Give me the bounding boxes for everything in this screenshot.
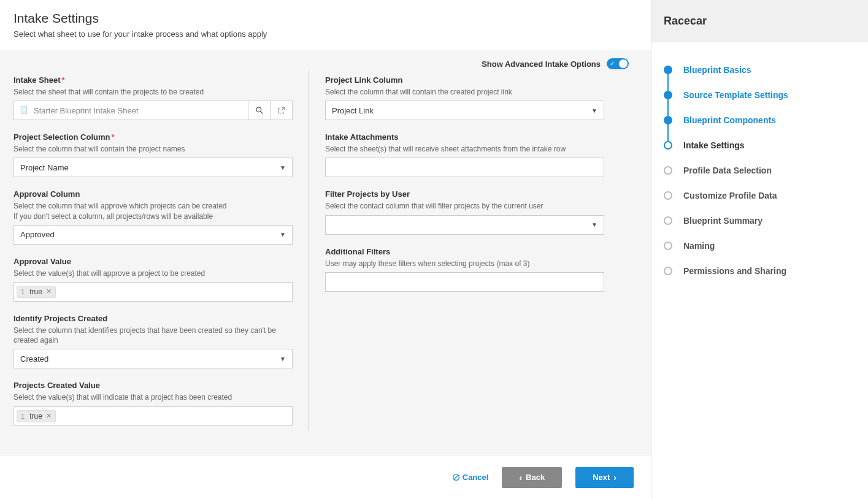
projects-created-value-input[interactable]: 1 true ✕ xyxy=(13,406,293,426)
footer: Cancel ‹ Back Next › xyxy=(0,455,651,499)
filter-by-user-field: Filter Projects by User Select the conta… xyxy=(325,189,604,234)
step-circle-icon xyxy=(664,242,672,250)
field-help: Select the sheet(s) that will receive sh… xyxy=(325,144,604,154)
main-panel: Intake Settings Select what sheet to use… xyxy=(0,0,651,499)
step-connector xyxy=(667,74,669,91)
caret-down-icon: ▼ xyxy=(280,164,286,171)
advanced-toggle-label: Show Advanced Intake Options xyxy=(482,59,601,69)
advanced-toggle[interactable]: ✓ xyxy=(607,58,629,69)
intake-attachments-input[interactable] xyxy=(325,158,604,177)
step-circle-icon xyxy=(664,191,672,200)
remove-tag-icon[interactable]: ✕ xyxy=(46,288,52,295)
approval-column-select[interactable]: Approved ▼ xyxy=(13,225,293,245)
identify-projects-field: Identify Projects Created Select the col… xyxy=(13,314,293,368)
select-value: Project Name xyxy=(20,163,69,172)
step-label: Customize Profile Data xyxy=(683,191,777,200)
select-value: Project Link xyxy=(332,106,374,115)
search-button[interactable] xyxy=(248,101,271,120)
wizard-step[interactable]: Naming xyxy=(664,233,856,258)
select-value: Approved xyxy=(20,230,55,239)
step-label: Blueprint Components xyxy=(683,115,776,125)
step-label: Permissions and Sharing xyxy=(683,266,786,276)
project-link-field: Project Link Column Select the column th… xyxy=(325,75,604,120)
field-help: Select the sheet that will contain the p… xyxy=(13,87,293,97)
step-label: Source Template Settings xyxy=(683,90,788,100)
projects-created-value-field: Projects Created Value Select the value(… xyxy=(13,381,293,425)
cancel-button[interactable]: Cancel xyxy=(452,473,489,482)
field-label: Intake Attachments xyxy=(325,132,604,142)
step-label: Intake Settings xyxy=(683,140,745,150)
external-link-icon xyxy=(277,107,285,115)
intake-sheet-input[interactable]: Starter Blueprint Intake Sheet xyxy=(13,101,248,120)
chevron-right-icon: › xyxy=(613,473,616,482)
field-label: Project Link Column xyxy=(325,75,604,85)
caret-down-icon: ▼ xyxy=(591,107,597,114)
wizard-step[interactable]: Permissions and Sharing xyxy=(664,258,856,283)
cancel-icon xyxy=(452,473,460,481)
approval-value-input[interactable]: 1 true ✕ xyxy=(13,282,293,302)
side-title: Racecar xyxy=(664,15,707,28)
left-column: Intake Sheet* Select the sheet that will… xyxy=(13,75,293,438)
remove-tag-icon[interactable]: ✕ xyxy=(46,412,52,420)
intake-sheet-field: Intake Sheet* Select the sheet that will… xyxy=(13,75,293,120)
step-connector xyxy=(667,99,669,116)
step-circle-icon xyxy=(664,116,672,124)
step-circle-icon xyxy=(664,66,672,74)
wizard-step[interactable]: Blueprint Components xyxy=(664,107,856,132)
step-circle-icon xyxy=(664,141,672,150)
form-body: Show Advanced Intake Options ✓ Intake Sh… xyxy=(0,50,651,455)
field-help: Select the value(s) that will approve a … xyxy=(13,269,293,278)
filter-by-user-select[interactable]: ▼ xyxy=(325,215,604,235)
caret-down-icon: ▼ xyxy=(280,356,286,362)
sheet-icon xyxy=(20,106,29,115)
back-button[interactable]: ‹ Back xyxy=(502,467,562,488)
page-title: Intake Settings xyxy=(13,11,637,26)
svg-line-5 xyxy=(454,475,458,479)
additional-filters-field: Additional Filters User may apply these … xyxy=(325,247,604,292)
side-header: Racecar xyxy=(651,0,868,42)
open-external-button[interactable] xyxy=(271,101,293,120)
step-label: Blueprint Basics xyxy=(683,65,751,75)
step-label: Naming xyxy=(683,241,715,251)
project-selection-field: Project Selection Column* Select the col… xyxy=(13,132,293,177)
field-help: Select the value(s) that will indicate t… xyxy=(13,392,293,402)
wizard-step[interactable]: Blueprint Basics xyxy=(664,57,856,82)
form-columns: Intake Sheet* Select the sheet that will… xyxy=(13,61,637,438)
column-divider xyxy=(309,70,309,431)
field-label: Approval Column xyxy=(13,189,293,199)
wizard-step[interactable]: Profile Data Selection xyxy=(664,158,856,183)
intake-sheet-input-group: Starter Blueprint Intake Sheet xyxy=(13,101,293,120)
wizard-steps: Blueprint BasicsSource Template Settings… xyxy=(651,42,868,298)
step-connector xyxy=(667,124,669,141)
page-header: Intake Settings Select what sheet to use… xyxy=(0,0,651,50)
field-help: Select the column that identifies projec… xyxy=(13,326,293,345)
step-label: Blueprint Summary xyxy=(683,216,762,226)
wizard-step[interactable]: Customize Profile Data xyxy=(664,183,856,208)
intake-sheet-value: Starter Blueprint Intake Sheet xyxy=(34,106,139,115)
field-help: User may apply these filters when select… xyxy=(325,259,604,269)
field-help: Select the column that will contain the … xyxy=(325,87,604,97)
caret-down-icon: ▼ xyxy=(280,231,286,238)
wizard-step[interactable]: Intake Settings xyxy=(664,132,856,158)
field-label: Identify Projects Created xyxy=(13,314,293,323)
svg-line-3 xyxy=(282,107,285,110)
value-tag: 1 true ✕ xyxy=(17,410,56,422)
value-tag: 1 true ✕ xyxy=(17,286,56,298)
svg-line-2 xyxy=(260,112,263,114)
search-icon xyxy=(255,106,264,115)
field-label: Filter Projects by User xyxy=(325,189,604,199)
wizard-step[interactable]: Blueprint Summary xyxy=(664,208,856,233)
identify-projects-select[interactable]: Created ▼ xyxy=(13,349,293,368)
right-column: Project Link Column Select the column th… xyxy=(325,75,604,438)
advanced-toggle-row: Show Advanced Intake Options ✓ xyxy=(482,58,629,69)
field-label: Approval Value xyxy=(13,257,293,266)
field-help: Select the contact column that will filt… xyxy=(325,201,604,211)
additional-filters-input[interactable] xyxy=(325,272,604,292)
step-label: Profile Data Selection xyxy=(683,166,772,175)
project-link-select[interactable]: Project Link ▼ xyxy=(325,101,604,120)
toggle-knob xyxy=(619,59,628,68)
field-label: Project Selection Column* xyxy=(13,132,293,142)
next-button[interactable]: Next › xyxy=(575,467,634,488)
wizard-step[interactable]: Source Template Settings xyxy=(664,82,856,107)
project-selection-select[interactable]: Project Name ▼ xyxy=(13,158,293,177)
